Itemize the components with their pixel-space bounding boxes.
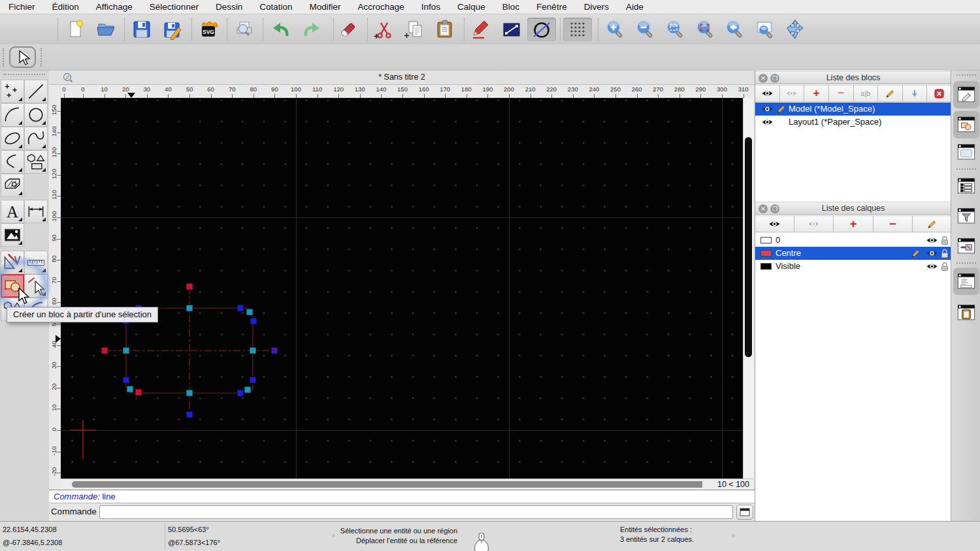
- selection-handle-blue[interactable]: [237, 305, 244, 311]
- selection-handle-cyan[interactable]: [186, 390, 193, 396]
- layers-show-all-button[interactable]: [755, 215, 794, 232]
- undo-button[interactable]: [269, 18, 293, 41]
- drawing-canvas[interactable]: [61, 98, 743, 479]
- blocks-hide-all-button[interactable]: [780, 85, 805, 101]
- zoom-out-button[interactable]: [633, 18, 657, 41]
- command-input[interactable]: [99, 505, 733, 519]
- selection-handle-cyan[interactable]: [127, 386, 133, 392]
- pen-attributes-button[interactable]: [469, 18, 493, 41]
- selection-handle-blue[interactable]: [237, 390, 244, 396]
- selection-tool-button[interactable]: [9, 46, 36, 68]
- tool-line[interactable]: [24, 80, 48, 103]
- selection-handle-cyan[interactable]: [246, 309, 253, 315]
- menu-calque[interactable]: Calque: [449, 0, 494, 14]
- save-button[interactable]: [130, 18, 154, 41]
- layer-color-swatch[interactable]: [760, 237, 772, 244]
- open-button[interactable]: [95, 18, 118, 41]
- palette-drag-handle[interactable]: [3, 74, 45, 75]
- menu-modifier[interactable]: Modifier: [301, 0, 349, 14]
- layers-hide-all-button[interactable]: [794, 215, 834, 232]
- tool-text[interactable]: A: [1, 200, 24, 223]
- menu-dessin[interactable]: Dessin: [207, 0, 251, 14]
- selection-handle-cyan[interactable]: [123, 347, 129, 354]
- zoom-auto-button[interactable]: [663, 18, 687, 41]
- layer-row[interactable]: Visible: [755, 260, 951, 273]
- blocks-edit-button[interactable]: [878, 85, 903, 101]
- tool-dimension[interactable]: [24, 200, 48, 223]
- redo-button[interactable]: [300, 18, 323, 41]
- layers-remove-button[interactable]: −: [874, 215, 913, 232]
- tool-modify[interactable]: [1, 251, 24, 274]
- tool-arc[interactable]: [1, 103, 24, 127]
- dock-command-line-toggle[interactable]: [953, 268, 979, 295]
- dock-layer-panel-toggle[interactable]: [955, 175, 977, 197]
- new-button[interactable]: [64, 18, 88, 41]
- blocks-remove-button[interactable]: −: [829, 85, 854, 101]
- zoom-in-button[interactable]: [603, 18, 627, 41]
- save-as-button[interactable]: [161, 18, 184, 41]
- selection-handle-red[interactable]: [135, 389, 142, 396]
- layer-row[interactable]: 0: [755, 234, 951, 247]
- vertical-scrollbar-thumb[interactable]: [745, 137, 752, 357]
- menu-infos[interactable]: Infos: [413, 0, 449, 14]
- layer-color-swatch[interactable]: [760, 250, 772, 257]
- block-visibility-eye-icon[interactable]: [761, 118, 774, 131]
- selection-handle-blue[interactable]: [250, 318, 257, 324]
- circle-line-button[interactable]: [527, 18, 556, 41]
- tool-hatch[interactable]: [1, 174, 24, 197]
- zoom-pan-button[interactable]: [783, 18, 807, 41]
- command-options-button[interactable]: [736, 505, 753, 520]
- layer-row[interactable]: Centre: [755, 247, 951, 260]
- selection-handle-cyan[interactable]: [244, 386, 251, 393]
- print-preview-button[interactable]: [233, 18, 256, 41]
- menu-cotation[interactable]: Cotation: [251, 0, 301, 14]
- tool-spline[interactable]: [24, 127, 48, 150]
- tool-measure[interactable]: [24, 251, 48, 274]
- menu-divers[interactable]: Divers: [576, 0, 617, 14]
- selection-handle-cyan[interactable]: [250, 347, 256, 354]
- layer-visibility-eye-icon[interactable]: [926, 262, 938, 275]
- dock-library-browser-toggle[interactable]: [955, 141, 977, 163]
- copy-button[interactable]: [403, 18, 427, 41]
- dock-clipboard-panel-toggle[interactable]: [955, 302, 977, 324]
- blocks-add-button[interactable]: +: [804, 85, 829, 101]
- blocks-insert-button[interactable]: [903, 85, 928, 101]
- selection-handle-red[interactable]: [186, 283, 193, 290]
- tool-shapes[interactable]: [24, 150, 48, 174]
- horizontal-scrollbar[interactable]: [61, 479, 743, 490]
- tool-points[interactable]: [1, 80, 24, 103]
- tool-polyline[interactable]: [1, 150, 24, 174]
- layer-color-swatch[interactable]: [760, 263, 772, 270]
- tool-image[interactable]: [1, 223, 24, 247]
- cut-button[interactable]: [372, 18, 396, 41]
- dock-property-editor-toggle[interactable]: [953, 81, 979, 108]
- layer-lock-icon[interactable]: [940, 261, 949, 276]
- eraser-button[interactable]: [336, 18, 360, 41]
- svg-export-button[interactable]: SVG: [197, 18, 220, 41]
- selection-handle-blue[interactable]: [123, 377, 129, 383]
- layers-add-button[interactable]: +: [834, 215, 873, 232]
- selection-handle-cyan[interactable]: [186, 305, 193, 311]
- layers-edit-button[interactable]: [913, 215, 951, 232]
- menu-accrochage[interactable]: Accrochage: [349, 0, 412, 14]
- blocks-remove-all-button[interactable]: [927, 85, 951, 101]
- menu-aide[interactable]: Aide: [617, 0, 652, 14]
- tool-ellipse[interactable]: [1, 127, 24, 150]
- vertical-scrollbar[interactable]: [743, 98, 753, 479]
- zoom-window-button[interactable]: [753, 18, 777, 41]
- grid-button[interactable]: [563, 18, 592, 41]
- block-row[interactable]: Model (*Model_Space): [755, 102, 951, 116]
- dock-block-panel-toggle[interactable]: [953, 111, 979, 138]
- horizontal-scrollbar-thumb[interactable]: [72, 481, 705, 488]
- blocks-rename-button[interactable]: a|b: [854, 85, 879, 101]
- zoom-back-button[interactable]: [723, 18, 746, 41]
- dock-selection-filter-toggle[interactable]: [955, 205, 977, 227]
- zoom-previous-button[interactable]: [693, 18, 717, 41]
- menu-edition[interactable]: Édition: [44, 0, 88, 14]
- menu-selectionner[interactable]: Sélectionner: [141, 0, 207, 14]
- blocks-show-all-button[interactable]: [755, 85, 780, 101]
- dock-section-view-toggle[interactable]: [955, 235, 977, 257]
- menu-bloc[interactable]: Bloc: [494, 0, 528, 14]
- line-attributes-button[interactable]: [500, 18, 523, 41]
- menu-affichage[interactable]: Affichage: [88, 0, 141, 14]
